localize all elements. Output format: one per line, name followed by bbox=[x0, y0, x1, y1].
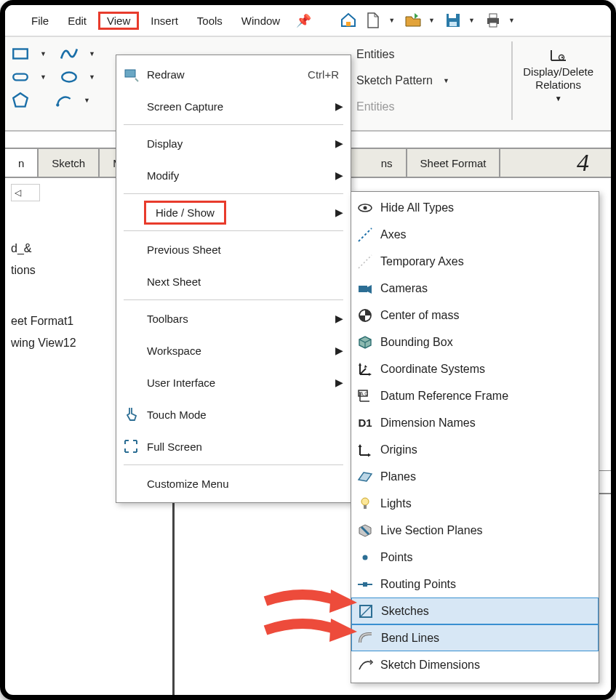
submenu-sketch-dimensions[interactable]: Sketch Dimensions bbox=[351, 651, 599, 678]
menu-insert[interactable]: Insert bbox=[143, 12, 185, 30]
main-menubar: File Edit View Insert Tools Window 📌 ▼ ▼… bbox=[5, 5, 611, 37]
save-dropdown[interactable]: ▼ bbox=[468, 17, 475, 24]
slot-icon[interactable] bbox=[11, 68, 30, 87]
tree-item-d-amp[interactable]: d_& bbox=[11, 238, 110, 260]
submenu-datum-reference-frame[interactable]: A C Datum Reference Frame bbox=[351, 382, 599, 409]
home-icon[interactable] bbox=[337, 9, 359, 31]
pin-icon[interactable]: 📌 bbox=[296, 13, 311, 28]
svg-rect-16 bbox=[125, 70, 135, 77]
menu-edit[interactable]: Edit bbox=[60, 12, 94, 30]
menu-user-interface[interactable]: User Interface▶ bbox=[116, 366, 351, 398]
rectangle-icon[interactable] bbox=[11, 44, 30, 63]
submenu-points[interactable]: Points bbox=[351, 544, 599, 571]
spline-icon[interactable] bbox=[60, 44, 79, 63]
tree-item-sheet-format1[interactable]: eet Format1 bbox=[11, 310, 110, 332]
submenu-live-section-planes[interactable]: Live Section Planes bbox=[351, 517, 599, 544]
axes-label: Axes bbox=[380, 228, 591, 241]
lights-icon bbox=[354, 494, 376, 513]
polygon-icon[interactable] bbox=[11, 91, 30, 110]
menu-view[interactable]: View bbox=[98, 12, 139, 30]
next-sheet-label: Next Sheet bbox=[147, 275, 343, 288]
submenu-lights[interactable]: Lights bbox=[351, 490, 599, 517]
sketch-pattern-button[interactable]: Sketch Pattern ▼ bbox=[356, 68, 511, 94]
print-icon[interactable] bbox=[482, 9, 504, 31]
tab-partial-ns[interactable]: ns bbox=[368, 149, 407, 177]
open-dropdown[interactable]: ▼ bbox=[428, 17, 435, 24]
new-doc-icon[interactable] bbox=[362, 9, 384, 31]
svg-rect-6 bbox=[489, 23, 497, 27]
submenu-coordinate-systems[interactable]: Coordinate Systems bbox=[351, 355, 599, 382]
toolbars-label: Toolbars bbox=[147, 313, 335, 325]
tree-item-tions[interactable]: tions bbox=[11, 260, 110, 281]
menu-workspace[interactable]: Workspace▶ bbox=[116, 334, 351, 366]
panel-toggle[interactable]: ◁ bbox=[11, 184, 40, 201]
menu-hide-show[interactable]: Hide / Show ▶ bbox=[116, 196, 351, 228]
rect-dd[interactable]: ▼ bbox=[40, 50, 47, 57]
tab-sheet-format[interactable]: Sheet Format bbox=[407, 149, 501, 177]
customize-label: Customize Menu bbox=[147, 478, 343, 490]
menu-next-sheet[interactable]: Next Sheet bbox=[116, 265, 351, 297]
submenu-origins[interactable]: Origins bbox=[351, 436, 599, 463]
save-icon[interactable] bbox=[442, 9, 464, 31]
submenu-cameras[interactable]: Cameras bbox=[351, 275, 599, 302]
svg-point-9 bbox=[62, 73, 76, 82]
submenu-center-of-mass[interactable]: Center of mass bbox=[351, 302, 599, 329]
menu-customize[interactable]: Customize Menu bbox=[116, 467, 351, 499]
svg-point-15 bbox=[561, 57, 562, 58]
open-icon[interactable] bbox=[402, 9, 424, 31]
points-label: Points bbox=[380, 551, 591, 564]
menu-modify[interactable]: Modify▶ bbox=[116, 159, 351, 191]
coordinate-system-icon bbox=[354, 360, 376, 379]
bend-lines-label: Bend Lines bbox=[381, 632, 591, 645]
spline-dd[interactable]: ▼ bbox=[89, 50, 95, 57]
menu-tools[interactable]: Tools bbox=[190, 12, 230, 30]
entities-label[interactable]: Entities bbox=[356, 41, 511, 68]
slot-dd[interactable]: ▼ bbox=[40, 73, 47, 81]
hide-all-label: Hide All Types bbox=[380, 201, 591, 214]
screen-capture-label: Screen Capture bbox=[147, 100, 335, 113]
bbox-label: Bounding Box bbox=[380, 336, 591, 349]
menu-toolbars[interactable]: Toolbars▶ bbox=[116, 302, 351, 334]
svg-point-18 bbox=[364, 206, 367, 209]
bounding-box-icon bbox=[354, 333, 376, 352]
svg-line-19 bbox=[359, 228, 372, 241]
display-delete-relations-button[interactable]: Display/Delete Relations ▼ bbox=[511, 41, 604, 120]
menu-file[interactable]: File bbox=[24, 12, 56, 30]
svg-rect-8 bbox=[13, 74, 28, 81]
menu-window[interactable]: Window bbox=[234, 12, 287, 30]
submenu-planes[interactable]: Planes bbox=[351, 463, 599, 490]
menu-touch-mode[interactable]: Touch Mode bbox=[116, 398, 351, 430]
submenu-temporary-axes[interactable]: Temporary Axes bbox=[351, 248, 599, 275]
ellipse-icon[interactable] bbox=[60, 68, 79, 87]
arc-dd[interactable]: ▼ bbox=[84, 97, 90, 104]
sketch-dimensions-icon bbox=[354, 656, 376, 675]
tab-partial-n[interactable]: n bbox=[5, 149, 39, 177]
redraw-icon bbox=[119, 63, 143, 86]
previous-sheet-label: Previous Sheet bbox=[147, 244, 343, 256]
print-dropdown[interactable]: ▼ bbox=[508, 17, 515, 24]
menu-full-screen[interactable]: Full Screen bbox=[116, 430, 351, 462]
submenu-sketches[interactable]: Sketches bbox=[351, 598, 599, 624]
submenu-bounding-box[interactable]: Bounding Box bbox=[351, 329, 599, 355]
submenu-dimension-names[interactable]: D1 Dimension Names bbox=[351, 409, 599, 436]
ribbon-sketch-tools: ▼ ▼ ▼ ▼ ▼ bbox=[5, 37, 116, 130]
full-screen-label: Full Screen bbox=[147, 440, 343, 453]
submenu-axes[interactable]: Axes bbox=[351, 221, 599, 248]
svg-rect-0 bbox=[346, 22, 351, 26]
submenu-hide-all-types[interactable]: Hide All Types bbox=[351, 194, 599, 221]
menu-display[interactable]: Display▶ bbox=[116, 127, 351, 159]
menu-screen-capture[interactable]: Screen Capture ▶ bbox=[116, 90, 351, 122]
axes-icon bbox=[354, 225, 376, 244]
submenu-routing-points[interactable]: Routing Points bbox=[351, 571, 599, 598]
tab-sketch[interactable]: Sketch bbox=[39, 149, 100, 177]
submenu-bend-lines[interactable]: Bend Lines bbox=[351, 624, 599, 651]
ellipse-dd[interactable]: ▼ bbox=[89, 73, 95, 81]
redraw-shortcut: Ctrl+R bbox=[308, 68, 339, 81]
new-doc-dropdown[interactable]: ▼ bbox=[388, 17, 395, 24]
menu-redraw[interactable]: Redraw Ctrl+R bbox=[116, 58, 351, 90]
arc-icon[interactable] bbox=[55, 91, 73, 110]
tree-item-drawing-view12[interactable]: wing View12 bbox=[11, 332, 110, 354]
drf-label: Datum Reference Frame bbox=[380, 390, 591, 403]
live-section-icon bbox=[354, 521, 376, 540]
menu-previous-sheet[interactable]: Previous Sheet bbox=[116, 233, 351, 265]
